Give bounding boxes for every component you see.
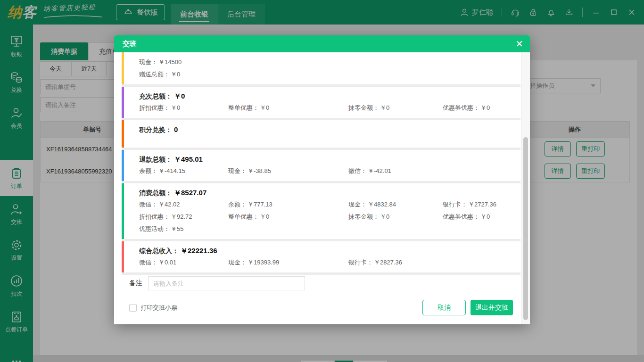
print-receipt-option[interactable]: 打印交班小票 bbox=[129, 304, 177, 312]
stat-label: 银行卡： bbox=[443, 201, 467, 208]
checkbox-icon[interactable] bbox=[129, 304, 137, 312]
stat-value: ￥0 bbox=[260, 104, 269, 111]
stat-value: ￥19393.99 bbox=[248, 259, 279, 266]
stat: 抹零金额：￥0 bbox=[348, 102, 443, 114]
stat-label: 折扣优惠： bbox=[139, 213, 170, 220]
section-row: 折扣优惠：￥92.72整单优惠：￥0抹零金额：￥0优惠券优惠：￥0 bbox=[139, 211, 515, 223]
stat: 优惠活动：￥55 bbox=[139, 223, 228, 235]
modal-scrollbar-track[interactable] bbox=[521, 52, 530, 324]
modal-title: 交班 bbox=[123, 40, 137, 49]
confirm-shift-button[interactable]: 退出并交班 bbox=[471, 300, 513, 315]
stat-value: ￥4832.84 bbox=[368, 201, 396, 208]
stat-value: ￥777.13 bbox=[248, 201, 272, 208]
print-receipt-label: 打印交班小票 bbox=[140, 304, 177, 312]
stat-value: ￥0 bbox=[260, 213, 269, 220]
section-row: 赠送总额：￥0 bbox=[139, 68, 515, 81]
shift-sections: 现金：￥14500赠送总额：￥0充次总额：￥0折扣优惠：￥0整单优惠：￥0抹零金… bbox=[122, 52, 520, 272]
stat-value: ￥0 bbox=[380, 104, 389, 111]
stat: 余额：￥777.13 bbox=[228, 198, 348, 211]
stat-value: ￥0 bbox=[480, 213, 490, 220]
section-title-value: ￥495.01 bbox=[174, 155, 203, 163]
modal-footer: 打印交班小票 取消 退出并交班 bbox=[129, 300, 513, 315]
modal-close-icon[interactable]: ✕ bbox=[515, 39, 523, 49]
stat-label: 优惠活动： bbox=[139, 225, 170, 232]
shift-section: 退款总额：￥495.01余额：￥-414.15现金：￥-38.85微信：￥-42… bbox=[122, 150, 520, 181]
section-title-label: 综合总收入： bbox=[139, 247, 179, 255]
stat: 整单优惠：￥0 bbox=[228, 211, 348, 223]
section-row: 余额：￥-414.15现金：￥-38.85微信：￥-42.01 bbox=[139, 165, 515, 177]
modal-scrollbar-thumb[interactable] bbox=[523, 137, 528, 320]
stat: 现金：￥14500 bbox=[139, 56, 228, 68]
stat: 银行卡：￥2827.36 bbox=[348, 256, 443, 269]
section-title-label: 充次总额： bbox=[139, 92, 172, 100]
section-title-label: 退款总额： bbox=[139, 156, 172, 163]
section-title-value: ￥0 bbox=[174, 92, 185, 100]
stat-value: ￥2727.36 bbox=[468, 201, 496, 208]
stat: 微信：￥42.02 bbox=[139, 198, 228, 211]
shift-remark-input[interactable] bbox=[148, 276, 305, 290]
stat-label: 银行卡： bbox=[348, 259, 373, 266]
stat-value: ￥0 bbox=[171, 71, 180, 78]
section-row: 微信：￥42.02余额：￥777.13现金：￥4832.84银行卡：￥2727.… bbox=[139, 198, 515, 211]
stat-label: 赠送总额： bbox=[139, 71, 170, 78]
stat: 微信：￥-42.01 bbox=[348, 165, 443, 177]
stat-label: 整单优惠： bbox=[228, 213, 259, 220]
stat-label: 微信： bbox=[139, 259, 157, 266]
section-title: 消费总额：￥8527.07 bbox=[139, 187, 515, 198]
cancel-button[interactable]: 取消 bbox=[422, 300, 466, 315]
shift-section: 积分兑换：0 bbox=[122, 120, 520, 148]
section-title-value: 0 bbox=[174, 125, 178, 133]
stat: 优惠券优惠：￥0 bbox=[443, 211, 515, 223]
stat-label: 整单优惠： bbox=[228, 104, 259, 111]
stat-label: 抹零金额： bbox=[348, 104, 379, 111]
stat-label: 现金： bbox=[228, 259, 247, 266]
section-title: 综合总收入：￥22221.36 bbox=[139, 245, 515, 256]
stat-value: ￥0 bbox=[380, 213, 389, 220]
stat: 优惠券优惠：￥0 bbox=[443, 102, 515, 114]
stat: 微信：￥0.01 bbox=[139, 256, 228, 269]
section-row: 微信：￥0.01现金：￥19393.99银行卡：￥2827.36 bbox=[139, 256, 515, 269]
app-window: 纳客 纳客管店更轻松 餐饮版 前台收银 后台管理 罗仁聪 bbox=[0, 0, 644, 362]
shift-section: 充次总额：￥0折扣优惠：￥0整单优惠：￥0抹零金额：￥0优惠券优惠：￥0 bbox=[122, 87, 520, 118]
stat: 余额：￥-414.15 bbox=[139, 165, 228, 177]
stat: 现金：￥19393.99 bbox=[228, 256, 348, 269]
stat-value: ￥92.72 bbox=[171, 213, 192, 220]
stat-value: ￥-414.15 bbox=[158, 167, 185, 174]
stat-value: ￥-42.01 bbox=[368, 167, 391, 174]
section-title-label: 积分兑换： bbox=[139, 126, 172, 133]
section-title-label: 消费总额： bbox=[139, 189, 172, 197]
stat-label: 优惠券优惠： bbox=[443, 213, 479, 220]
section-title-value: ￥22221.36 bbox=[181, 247, 217, 255]
section-title: 积分兑换：0 bbox=[139, 124, 515, 135]
stat-value: ￥42.02 bbox=[158, 201, 180, 208]
stat-label: 微信： bbox=[139, 201, 157, 208]
stat: 银行卡：￥2727.36 bbox=[443, 198, 515, 211]
stat-label: 余额： bbox=[139, 167, 157, 174]
stat: 现金：￥-38.85 bbox=[228, 165, 348, 177]
stat-value: ￥0.01 bbox=[158, 259, 176, 266]
shift-section: 消费总额：￥8527.07微信：￥42.02余额：￥777.13现金：￥4832… bbox=[122, 183, 520, 239]
stat-value: ￥2827.36 bbox=[374, 259, 402, 266]
stat-label: 余额： bbox=[228, 201, 247, 208]
stat-label: 折扣优惠： bbox=[139, 104, 170, 111]
stat: 赠送总额：￥0 bbox=[139, 68, 228, 81]
stat-value: ￥14500 bbox=[158, 58, 182, 66]
shift-handover-modal: 交班 ✕ 现金：￥14500赠送总额：￥0充次总额：￥0折扣优惠：￥0整单优惠：… bbox=[114, 35, 530, 324]
stat: 折扣优惠：￥92.72 bbox=[139, 211, 228, 223]
stat: 整单优惠：￥0 bbox=[228, 102, 348, 114]
stat: 抹零金额：￥0 bbox=[348, 211, 443, 223]
stat-value: ￥0 bbox=[480, 104, 490, 111]
stat-label: 抹零金额： bbox=[348, 213, 379, 220]
stat-label: 微信： bbox=[348, 167, 367, 174]
section-row: 优惠活动：￥55 bbox=[139, 223, 515, 235]
modal-header: 交班 ✕ bbox=[114, 35, 530, 52]
stat-value: ￥0 bbox=[171, 104, 180, 111]
stat-label: 优惠券优惠： bbox=[443, 104, 479, 111]
shift-section: 现金：￥14500赠送总额：￥0 bbox=[122, 52, 520, 84]
shift-section: 综合总收入：￥22221.36微信：￥0.01现金：￥19393.99银行卡：￥… bbox=[122, 241, 520, 272]
stat-label: 现金： bbox=[139, 58, 157, 66]
remark-row: 备注 bbox=[129, 276, 520, 290]
section-title-value: ￥8527.07 bbox=[174, 189, 206, 197]
section-row: 现金：￥14500 bbox=[139, 56, 515, 68]
stat: 现金：￥4832.84 bbox=[348, 198, 443, 211]
